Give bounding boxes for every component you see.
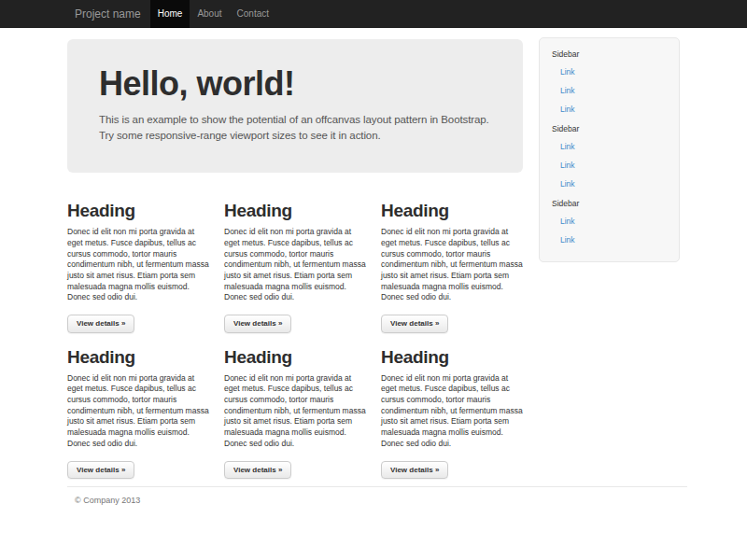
jumbotron: Hello, world! This is an example to show… [67,39,523,173]
sidebar-group-title: Sidebar [540,44,679,63]
view-details-button[interactable]: View details » [381,461,448,480]
content-card: Heading Donec id elit non mi porta gravi… [224,201,366,332]
card-heading: Heading [381,201,523,221]
sidebar-group-title: Sidebar [540,193,679,212]
card-body: Donec id elit non mi porta gravida at eg… [67,227,209,303]
card-heading: Heading [224,201,366,221]
navbar-container: Project name Home About Contact [60,0,687,28]
view-details-button[interactable]: View details » [67,461,134,480]
top-navbar: Project name Home About Contact [0,0,747,28]
nav-item-about[interactable]: About [190,0,229,28]
nav-item-home[interactable]: Home [150,0,190,28]
jumbotron-text: This is an example to show the potential… [99,112,491,146]
sidebar-group-title: Sidebar [540,119,679,137]
footer-divider [67,486,687,487]
sidebar-link[interactable]: Link [540,137,679,156]
card-body: Donec id elit non mi porta gravida at eg… [381,227,523,303]
content-card: Heading Donec id elit non mi porta gravi… [224,347,366,479]
sidebar-link[interactable]: Link [540,212,679,231]
navbar-nav: Home About Contact [150,0,276,28]
nav-item-contact[interactable]: Contact [230,0,276,28]
sidebar-link[interactable]: Link [540,100,679,119]
sidebar-link[interactable]: Link [540,231,679,249]
content-card: Heading Donec id elit non mi porta gravi… [67,347,209,479]
content-card: Heading Donec id elit non mi porta gravi… [381,201,523,332]
card-heading: Heading [67,347,209,368]
main-content: Hello, world! This is an example to show… [67,28,523,479]
sidebar: Sidebar Link Link Link Sidebar Link Link… [539,37,680,262]
card-body: Donec id elit non mi porta gravida at eg… [67,373,209,450]
cards-row-2: Heading Donec id elit non mi porta gravi… [67,347,523,479]
page-title: Hello, world! [99,65,491,103]
sidebar-link[interactable]: Link [540,175,679,193]
view-details-button[interactable]: View details » [224,461,291,480]
card-body: Donec id elit non mi porta gravida at eg… [381,373,523,450]
sidebar-link[interactable]: Link [540,63,679,81]
cards-row-1: Heading Donec id elit non mi porta gravi… [67,201,523,332]
view-details-button[interactable]: View details » [381,315,448,333]
card-heading: Heading [67,201,209,221]
footer: © Company 2013 [60,486,687,505]
copyright-text: © Company 2013 [75,496,687,505]
card-body: Donec id elit non mi porta gravida at eg… [224,227,366,303]
sidebar-link[interactable]: Link [540,156,679,175]
main-row: Hello, world! This is an example to show… [60,28,687,479]
view-details-button[interactable]: View details » [224,315,291,333]
sidebar-link[interactable]: Link [540,81,679,100]
navbar-brand[interactable]: Project name [75,0,141,28]
card-heading: Heading [381,347,523,368]
view-details-button[interactable]: View details » [67,315,134,333]
page-container: Hello, world! This is an example to show… [60,28,687,505]
card-heading: Heading [224,347,366,368]
card-body: Donec id elit non mi porta gravida at eg… [224,373,366,450]
content-card: Heading Donec id elit non mi porta gravi… [381,347,523,479]
content-card: Heading Donec id elit non mi porta gravi… [67,201,209,332]
